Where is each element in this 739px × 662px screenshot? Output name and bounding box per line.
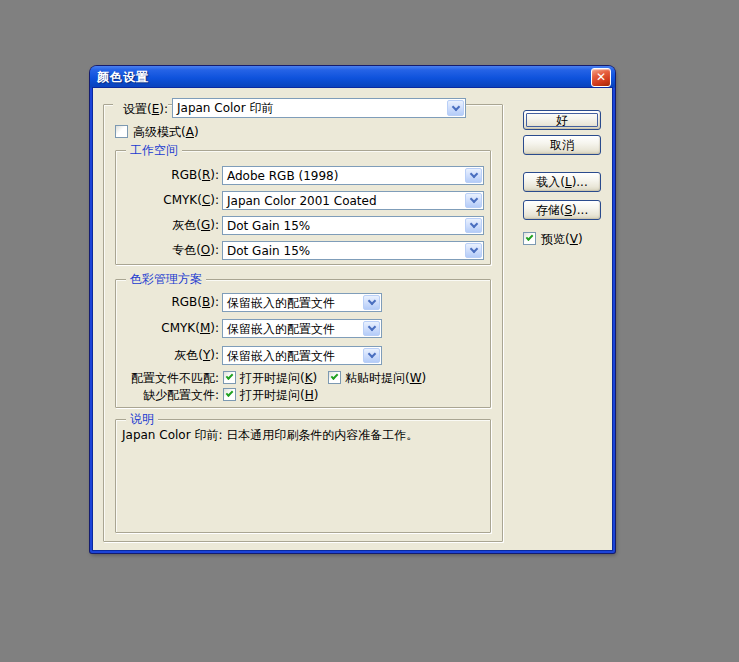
rgb-workspace-label: RGB(R): (122, 168, 219, 183)
description-text: Japan Color 印前: 日本通用印刷条件的内容准备工作。 (122, 428, 484, 443)
chevron-down-icon (368, 323, 375, 330)
settings-combobox-value: Japan Color 印前 (173, 100, 446, 116)
cmyk-workspace-combobox[interactable]: Japan Color 2001 Coated (222, 191, 484, 210)
combobox-arrow-button[interactable] (363, 295, 380, 310)
combobox-value: 保留嵌入的配置文件 (223, 321, 362, 337)
gray-workspace-combobox[interactable]: Dot Gain 15% (222, 216, 484, 235)
cmyk-workspace-label: CMYK(C): (122, 193, 219, 208)
gray-policy-combobox[interactable]: 保留嵌入的配置文件 (222, 346, 382, 365)
save-button[interactable]: 存储(S)... (523, 200, 601, 220)
combobox-value: Adobe RGB (1998) (223, 168, 464, 184)
missing-ask-when-opening-label[interactable]: 打开时提问(H) (240, 388, 318, 402)
chevron-down-icon (452, 103, 459, 110)
check-icon (226, 389, 234, 397)
combobox-value: 保留嵌入的配置文件 (223, 348, 362, 364)
ask-when-pasting-checkbox[interactable] (328, 371, 341, 384)
close-icon: ✕ (596, 70, 606, 84)
settings-combobox[interactable]: Japan Color 印前 (172, 98, 466, 118)
combobox-arrow-button[interactable] (465, 168, 482, 183)
combobox-arrow-button[interactable] (447, 100, 464, 116)
missing-ask-when-opening-checkbox[interactable] (223, 388, 236, 401)
combobox-value: Japan Color 2001 Coated (223, 193, 464, 209)
combobox-value: Dot Gain 15% (223, 218, 464, 234)
rgb-workspace-combobox[interactable]: Adobe RGB (1998) (222, 166, 484, 185)
combobox-value: 保留嵌入的配置文件 (223, 295, 362, 311)
chevron-down-icon (368, 350, 375, 357)
dialog-title: 颜色设置 (97, 69, 149, 86)
chevron-down-icon (368, 297, 375, 304)
ask-when-opening-checkbox[interactable] (223, 371, 236, 384)
check-icon (226, 372, 234, 380)
check-icon (526, 233, 534, 241)
spot-workspace-combobox[interactable]: Dot Gain 15% (222, 241, 484, 260)
color-management-group-title: 色彩管理方案 (126, 272, 206, 287)
rgb-policy-combobox[interactable]: 保留嵌入的配置文件 (222, 293, 382, 312)
gray-policy-label: 灰色(Y): (122, 348, 219, 363)
chevron-down-icon (470, 220, 477, 227)
missing-profile-label: 缺少配置文件: (122, 388, 219, 403)
cancel-button[interactable]: 取消 (523, 135, 601, 155)
dialog-titlebar[interactable]: 颜色设置 ✕ (90, 66, 615, 88)
settings-label: 设置(E): (113, 101, 168, 118)
rgb-policy-label: RGB(B): (122, 295, 219, 310)
combobox-value: Dot Gain 15% (223, 243, 464, 259)
advanced-mode-label[interactable]: 高级模式(A) (133, 125, 199, 139)
chevron-down-icon (470, 245, 477, 252)
color-management-group: 色彩管理方案 RGB(B): 保留嵌入的配置文件 CMYK(M): 保留嵌入的配… (115, 279, 491, 408)
load-button[interactable]: 载入(L)... (523, 172, 601, 192)
cmyk-policy-label: CMYK(M): (122, 321, 219, 336)
description-group-title: 说明 (126, 412, 158, 427)
preview-label[interactable]: 预览(V) (541, 232, 583, 246)
spot-workspace-label: 专色(O): (122, 243, 219, 258)
combobox-arrow-button[interactable] (363, 321, 380, 336)
combobox-arrow-button[interactable] (465, 218, 482, 233)
ask-when-opening-label[interactable]: 打开时提问(K) (240, 371, 317, 385)
color-settings-dialog: 颜色设置 ✕ 设置(E): Japan Color 印前 高级模式(A) 工作空… (90, 66, 615, 553)
close-button[interactable]: ✕ (591, 68, 611, 87)
combobox-arrow-button[interactable] (363, 348, 380, 363)
combobox-arrow-button[interactable] (465, 243, 482, 258)
gray-workspace-label: 灰色(G): (122, 218, 219, 233)
check-icon (331, 372, 339, 380)
chevron-down-icon (470, 195, 477, 202)
working-spaces-group-title: 工作空间 (126, 143, 182, 158)
description-group: 说明 Japan Color 印前: 日本通用印刷条件的内容准备工作。 (115, 419, 491, 533)
working-spaces-group: 工作空间 RGB(R): Adobe RGB (1998) CMYK(C): J… (115, 150, 491, 265)
profile-mismatch-label: 配置文件不匹配: (122, 371, 219, 386)
ask-when-pasting-label[interactable]: 粘贴时提问(W) (345, 371, 426, 385)
dialog-body: 设置(E): Japan Color 印前 高级模式(A) 工作空间 RGB(R… (93, 88, 612, 550)
advanced-mode-checkbox[interactable] (115, 125, 128, 138)
chevron-down-icon (470, 170, 477, 177)
preview-checkbox[interactable] (523, 232, 536, 245)
combobox-arrow-button[interactable] (465, 193, 482, 208)
ok-button[interactable]: 好 (523, 110, 601, 130)
cmyk-policy-combobox[interactable]: 保留嵌入的配置文件 (222, 319, 382, 338)
